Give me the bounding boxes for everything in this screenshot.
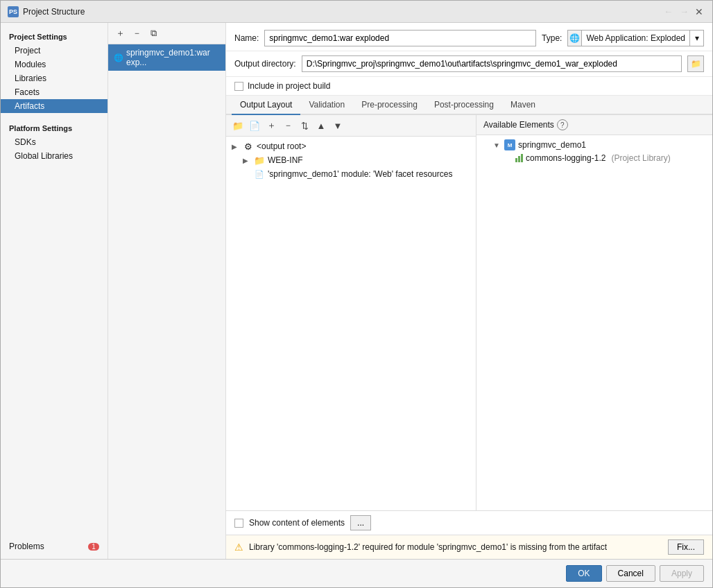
apply-button[interactable]: Apply	[660, 565, 704, 582]
sidebar: Project Settings Project Modules Librari…	[1, 23, 108, 559]
output-dir-row: Output directory: 📁	[226, 51, 712, 77]
name-label: Name:	[234, 33, 259, 43]
move-up-btn[interactable]: ▲	[313, 118, 329, 133]
tab-post-processing[interactable]: Post-processing	[426, 96, 502, 115]
browse-dir-button[interactable]: 📁	[687, 55, 704, 72]
include-checkbox[interactable]	[234, 82, 243, 91]
warning-text: Library 'commons-logging-1.2' required f…	[249, 542, 662, 552]
warning-icon: ⚠	[234, 542, 243, 553]
available-tree: ▼ M springmvc_demo1 ▶	[476, 135, 712, 510]
avail-suffix-commons-logging: (Project Library)	[611, 153, 670, 163]
title-bar: PS Project Structure ← → ✕	[1, 1, 712, 23]
available-section: Available Elements ? ▼ M springmvc_demo1…	[476, 115, 712, 510]
avail-item-commons-logging[interactable]: ▶ commons-logging-1.2 (Project Library)	[476, 152, 712, 164]
remove-item-btn[interactable]: －	[280, 118, 295, 133]
include-row: Include in project build	[226, 77, 712, 96]
ok-button[interactable]: OK	[566, 565, 601, 582]
copy-artifact-button[interactable]: ⧉	[146, 26, 161, 41]
sidebar-item-libraries[interactable]: Libraries	[1, 71, 108, 85]
available-elements-label: Available Elements	[483, 120, 554, 130]
output-dir-input[interactable]	[302, 55, 682, 72]
web-inf-label: WEB-INF	[268, 155, 303, 165]
artifact-toolbar: ＋ － ⧉	[108, 23, 225, 44]
sidebar-item-global-libraries[interactable]: Global Libraries	[1, 149, 108, 163]
nav-back[interactable]: ←	[661, 5, 676, 18]
tabs-row: Output Layout Validation Pre-processing …	[226, 96, 712, 115]
tree-item-web-inf[interactable]: ▶ 📁 WEB-INF	[226, 153, 476, 167]
problems-label: Problems	[9, 542, 44, 551]
type-select-text: Web Application: Exploded	[582, 33, 689, 43]
show-files-btn[interactable]: 📄	[247, 118, 262, 133]
window-title: Project Structure	[23, 7, 85, 17]
project-settings-heading: Project Settings	[1, 28, 108, 44]
type-dropdown-arrow[interactable]: ▾	[689, 31, 703, 46]
title-bar-left: PS Project Structure	[8, 6, 85, 17]
output-dir-label: Output directory:	[234, 59, 296, 69]
module-icon: M	[504, 139, 515, 150]
artifact-item[interactable]: 🌐 springmvc_demo1:war exp...	[108, 44, 225, 71]
sort-btn[interactable]: ⇅	[297, 118, 312, 133]
output-tree: ▶ ⚙ <output root> ▶ 📁 WEB-INF ▶	[226, 137, 476, 510]
gear-icon: ⚙	[243, 141, 254, 152]
output-tree-toolbar: 📁 📄 ＋ － ⇅ ▲ ▼	[226, 115, 476, 137]
available-header: Available Elements ?	[476, 115, 712, 135]
warning-bar: ⚠ Library 'commons-logging-1.2' required…	[226, 535, 712, 559]
avail-label-springmvc: springmvc_demo1	[518, 140, 586, 150]
tree-item-module-resources[interactable]: ▶ 📄 'springmvc_demo1' module: 'Web' face…	[226, 167, 476, 181]
add-artifact-button[interactable]: ＋	[112, 26, 128, 41]
fix-button[interactable]: Fix...	[668, 539, 704, 555]
cancel-button[interactable]: Cancel	[606, 565, 655, 582]
tree-arrow-springmvc: ▼	[493, 141, 501, 149]
show-content-label: Show content of elements	[249, 518, 345, 528]
output-area: 📁 📄 ＋ － ⇅ ▲ ▼ ▶ ⚙ <output root>	[226, 115, 712, 510]
type-icon: 🌐	[568, 31, 582, 46]
name-type-row: Name: Type: 🌐 Web Application: Exploded …	[226, 23, 712, 51]
platform-settings-heading: Platform Settings	[1, 120, 108, 135]
output-root-label: <output root>	[257, 141, 306, 151]
tree-item-output-root[interactable]: ▶ ⚙ <output root>	[226, 139, 476, 153]
tab-pre-processing[interactable]: Pre-processing	[353, 96, 426, 115]
artifact-list: 🌐 springmvc_demo1:war exp...	[108, 44, 225, 559]
sidebar-item-sdks[interactable]: SDKs	[1, 135, 108, 149]
type-select[interactable]: 🌐 Web Application: Exploded ▾	[567, 30, 704, 46]
footer-buttons: OK Cancel Apply	[1, 559, 712, 587]
sidebar-item-project[interactable]: Project	[1, 44, 108, 58]
ellipsis-button[interactable]: ...	[350, 515, 371, 530]
problems-badge: 1	[88, 543, 99, 551]
folder-icon-web-inf: 📁	[254, 155, 265, 166]
library-bar-icon	[515, 154, 523, 162]
module-resources-label: 'springmvc_demo1' module: 'Web' facet re…	[268, 169, 452, 179]
avail-label-commons-logging: commons-logging-1.2	[526, 153, 605, 163]
tab-maven[interactable]: Maven	[502, 96, 544, 115]
tab-output-layout[interactable]: Output Layout	[232, 96, 300, 115]
help-icon[interactable]: ?	[557, 119, 568, 130]
avail-item-springmvc-demo1[interactable]: ▼ M springmvc_demo1	[476, 138, 712, 152]
file-icon-module-resources: 📄	[254, 168, 265, 180]
sidebar-item-facets[interactable]: Facets	[1, 85, 108, 99]
right-panel: Name: Type: 🌐 Web Application: Exploded …	[226, 23, 712, 559]
show-content-checkbox[interactable]	[234, 519, 243, 528]
show-folders-btn[interactable]: 📁	[230, 118, 246, 133]
add-item-btn[interactable]: ＋	[264, 118, 279, 133]
artifact-item-label: springmvc_demo1:war exp...	[126, 48, 220, 67]
sidebar-item-artifacts[interactable]: Artifacts	[1, 99, 108, 113]
sidebar-item-problems[interactable]: Problems 1	[1, 539, 108, 553]
close-button[interactable]: ✕	[693, 6, 705, 18]
type-label: Type:	[542, 33, 562, 43]
nav-forward[interactable]: →	[677, 5, 691, 18]
tab-validation[interactable]: Validation	[300, 96, 353, 115]
tree-arrow-output-root: ▶	[232, 143, 240, 150]
bottom-section: Show content of elements ...	[226, 510, 712, 535]
output-tree-section: 📁 📄 ＋ － ⇅ ▲ ▼ ▶ ⚙ <output root>	[226, 115, 476, 510]
sidebar-item-modules[interactable]: Modules	[1, 58, 108, 71]
nav-arrows: ← →	[661, 5, 691, 18]
remove-artifact-button[interactable]: －	[129, 26, 144, 41]
tree-arrow-web-inf: ▶	[243, 157, 251, 164]
artifact-icon: 🌐	[114, 53, 123, 62]
artifact-list-section: ＋ － ⧉ 🌐 springmvc_demo1:war exp...	[108, 23, 226, 559]
app-icon: PS	[8, 6, 19, 17]
move-down-btn[interactable]: ▼	[330, 118, 345, 133]
name-input[interactable]	[264, 30, 536, 46]
include-label: Include in project build	[248, 81, 330, 91]
